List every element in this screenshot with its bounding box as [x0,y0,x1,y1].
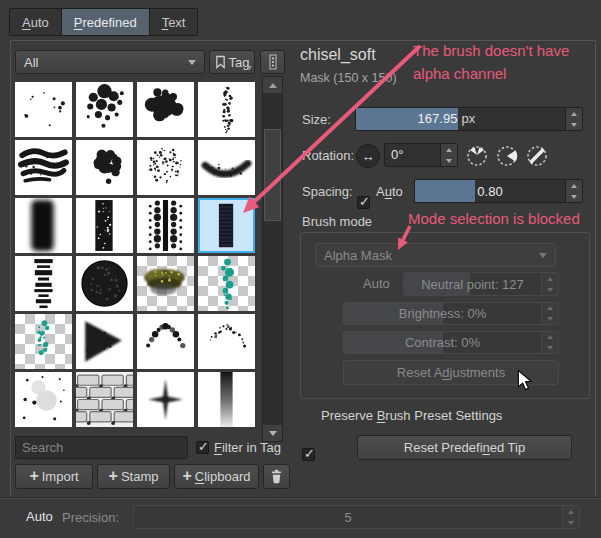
mode-auto-label: Auto [363,276,390,291]
rotation-spin-buttons[interactable] [440,144,457,166]
brush-tile-speckle-arc[interactable] [198,314,255,369]
bookmark-icon [215,55,226,69]
brush-tile-spine-blot[interactable] [137,198,194,253]
contrast-spin-buttons[interactable] [541,332,558,353]
brush-tile-sparkle[interactable] [137,372,194,427]
tab-text[interactable]: Text [150,9,198,35]
stamp-button[interactable]: +Stamp [97,464,170,489]
spacing-label: Spacing: [302,184,353,199]
brush-preset-grid [15,82,255,427]
delete-brush-button[interactable] [263,464,290,489]
brush-tile-soft-bar[interactable] [15,198,72,253]
brush-mode-value: Alpha Mask [324,248,392,263]
brush-mode-dropdown[interactable]: Alpha Mask [315,243,556,267]
triangle-down-icon [269,431,277,436]
brush-tile-gradient-bar[interactable] [198,372,255,427]
plus-icon: + [183,467,192,485]
chevron-down-icon [188,60,196,65]
spacing-auto-checkbox[interactable] [357,196,370,209]
preserve-settings-checkbox[interactable] [302,448,315,461]
search-input[interactable] [15,436,188,459]
chevron-down-icon [539,253,547,258]
scroll-up-button[interactable] [263,77,282,93]
reset-predefined-tip-button[interactable]: Reset Predefined Tip [357,435,572,460]
rotation-mode-diagonal-icon[interactable] [526,145,548,167]
display-settings-icon [268,54,278,70]
divider [0,497,601,499]
brush-type-tabs: Auto Predefined Text [9,8,198,36]
brush-tile-speckle-stream[interactable] [198,82,255,137]
brush-tile-bricks[interactable] [76,372,133,427]
brush-tile-teal-drips[interactable] [15,314,72,369]
tag-button[interactable]: Tag [209,50,255,74]
tag-filter-dropdown[interactable]: All [15,50,205,74]
rotation-mode-wedge-icon[interactable] [496,145,518,167]
filter-in-tag-checkbox[interactable] [196,441,209,454]
brush-tile-striped-bar[interactable] [15,256,72,311]
spacing-slider[interactable]: 0.80 [414,179,583,203]
scroll-down-button[interactable] [263,425,282,441]
size-value: 167.95 [418,111,458,126]
auto-precision-label: Auto [26,509,53,524]
brightness-slider[interactable]: Brightness: 0% [343,302,559,325]
brush-tile-olive-smear[interactable] [137,256,194,311]
precision-label: Precision: [62,510,119,525]
horizontal-arrows-icon: ↔ [362,149,375,164]
brush-tile-dot-arc[interactable] [137,314,194,369]
brush-tile-teal-splat[interactable] [198,256,255,311]
brightness-spin-buttons[interactable] [541,303,558,324]
tab-auto[interactable]: Auto [10,9,62,35]
brush-name: chisel_soft [300,46,376,64]
brush-tile-crescent[interactable] [198,140,255,195]
tag-filter-value: All [24,55,38,70]
contrast-value: Contrast: 0% [344,332,541,353]
chevron-down-icon [246,66,252,70]
brush-tile-dark-wedge[interactable] [76,314,133,369]
rotation-dial[interactable]: ↔ [356,144,380,168]
contrast-slider[interactable]: Contrast: 0% [343,331,559,354]
precision-slider[interactable]: 5 [133,505,580,529]
triangle-up-icon [269,83,277,88]
import-button[interactable]: +Import [15,464,93,489]
preserve-settings-label: Preserve Brush Preset Settings [321,408,502,423]
filter-in-tag-label: Filter in Tag [214,440,281,455]
rotation-value: 0° [391,147,403,162]
plus-icon: + [109,467,118,485]
annotation-no-alpha: The brush doesn't have alpha channel [413,39,569,85]
brush-mask-size: Mask (150 x 150) [300,71,397,85]
brush-tile-chisel[interactable] [198,198,255,253]
neutral-point-spinbox[interactable]: Neutral point: 127 [403,272,559,296]
neutral-point-value: Neutral point: 127 [404,273,541,295]
precision-value: 5 [134,506,562,528]
plus-icon: + [29,467,38,485]
trash-icon [270,469,283,484]
spacing-auto-label: Auto [376,184,403,199]
brush-tile-splotch[interactable] [76,140,133,195]
brush-tile-scribble[interactable] [15,140,72,195]
brush-tile-charcoal-disc[interactable] [76,256,133,311]
spacing-spin-buttons[interactable] [565,180,582,202]
brush-tile-chalk-bar[interactable] [76,198,133,253]
brush-tile-splatter[interactable] [137,82,194,137]
brush-tile-sparse-dots[interactable] [15,82,72,137]
brightness-value: Brightness: 0% [344,303,541,324]
rotation-mode-fan-icon[interactable] [466,145,488,167]
precision-spin-buttons[interactable] [562,506,579,528]
spacing-value: 0.80 [415,180,565,202]
brush-tile-large-dots[interactable] [76,82,133,137]
size-spin-buttons[interactable] [565,108,582,130]
brush-tile-pale-circles[interactable] [15,372,72,427]
display-settings-button[interactable] [260,50,285,74]
size-unit: px [462,111,476,126]
tab-predefined[interactable]: Predefined [62,9,150,35]
rotation-spinbox[interactable]: 0° [384,143,458,167]
clipboard-button[interactable]: + Clipboard [174,464,259,489]
neutral-spin-buttons[interactable] [541,273,558,295]
size-slider[interactable]: 167.95 px [355,107,583,131]
reset-adjustments-button[interactable]: Reset Adjustments [343,360,559,385]
scrollbar-thumb[interactable] [264,129,281,221]
brush-tile-speckle-patch[interactable] [137,140,194,195]
size-label: Size: [302,112,331,127]
brush-grid-scrollbar[interactable] [262,76,283,442]
rotation-label: Rotation: [302,148,354,163]
